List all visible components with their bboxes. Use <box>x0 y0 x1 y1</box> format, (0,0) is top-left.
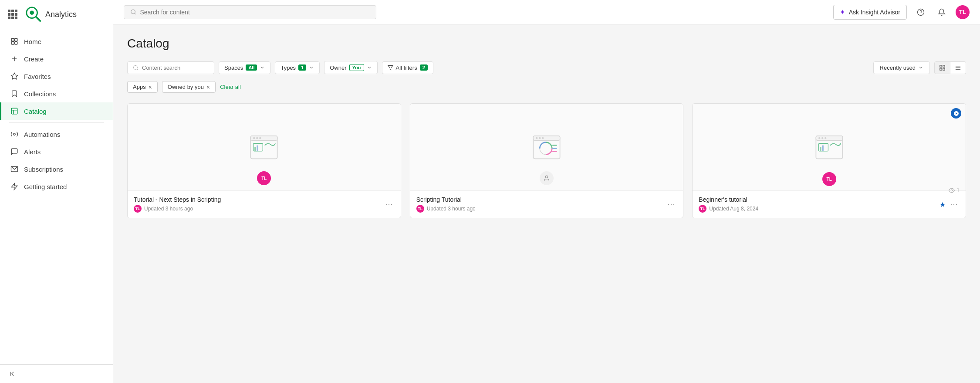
content-search-icon <box>133 65 139 71</box>
getting-started-icon <box>10 182 19 191</box>
app-card-3-actions: ★ ⋯ <box>939 199 960 210</box>
apps-filter-tag[interactable]: Apps × <box>127 81 158 93</box>
subscriptions-icon <box>10 165 19 173</box>
svg-rect-44 <box>552 144 557 146</box>
spaces-value-badge: All <box>246 64 257 71</box>
owned-by-you-filter-label: Owned by you <box>168 84 204 90</box>
sidebar-item-home[interactable]: Home <box>0 33 113 50</box>
app-name-label: Analytics <box>45 10 77 19</box>
sort-button[interactable]: Recently used <box>873 61 930 74</box>
svg-line-2 <box>36 17 41 21</box>
app-card-3[interactable]: TL 1 Beginner's tutorial TL Updated Aug … <box>692 103 966 218</box>
plus-icon <box>10 54 19 63</box>
app-card-1-user-badge: TL <box>257 171 271 185</box>
apps-filter-remove-icon[interactable]: × <box>149 84 152 90</box>
sidebar-item-label-create: Create <box>24 55 44 63</box>
all-filters-button[interactable]: All filters 2 <box>382 61 433 74</box>
app-card-3-views: 1 <box>949 187 960 193</box>
catalog-content: Catalog Spaces All Types 1 Owner <box>113 24 980 383</box>
svg-point-34 <box>259 137 261 139</box>
sidebar-item-label-home: Home <box>24 38 41 45</box>
svg-rect-55 <box>822 145 824 151</box>
search-icon <box>130 9 136 15</box>
svg-rect-23 <box>940 65 942 67</box>
alerts-icon <box>10 147 19 156</box>
svg-point-18 <box>918 9 924 15</box>
grid-view-button[interactable] <box>934 61 950 74</box>
svg-point-13 <box>14 133 16 136</box>
types-count-badge: 1 <box>298 64 306 71</box>
spaces-filter-button[interactable]: Spaces All <box>219 61 270 74</box>
sidebar-item-alerts[interactable]: Alerts <box>0 143 113 160</box>
views-count: 1 <box>956 187 960 193</box>
svg-rect-3 <box>11 38 14 41</box>
types-filter-button[interactable]: Types 1 <box>275 61 320 74</box>
app-card-2-more-button[interactable]: ⋯ <box>666 199 677 210</box>
catalog-icon <box>10 107 19 115</box>
app-card-3-star-button[interactable]: ★ <box>939 200 946 209</box>
owner-filter-button[interactable]: Owner You <box>324 61 377 74</box>
app-card-2-updated: Updated 3 hours ago <box>427 206 476 212</box>
app-card-2-thumbnail <box>410 104 683 191</box>
app-card-3-thumbnail: TL <box>693 104 966 191</box>
svg-rect-45 <box>552 147 557 149</box>
sidebar-bottom <box>0 364 113 383</box>
views-icon <box>949 187 955 193</box>
insight-advisor-label: Ask Insight Advisor <box>849 9 900 16</box>
svg-marker-9 <box>11 73 18 79</box>
app-card-1-meta: TL Updated 3 hours ago <box>134 205 383 213</box>
app-card-1[interactable]: TL Tutorial - Next Steps in Scripting TL… <box>127 103 401 218</box>
app-card-3-title: Beginner's tutorial <box>699 196 939 203</box>
sidebar-item-label-favorites: Favorites <box>24 73 51 80</box>
sidebar-item-subscriptions[interactable]: Subscriptions <box>0 160 113 178</box>
app-card-3-footer: Beginner's tutorial TL Updated Aug 8, 20… <box>693 191 966 218</box>
grid-menu-icon[interactable] <box>8 10 17 19</box>
sidebar-item-getting-started[interactable]: Getting started <box>0 178 113 195</box>
chevron-down-icon <box>367 65 372 70</box>
global-search-box[interactable] <box>124 5 376 19</box>
list-view-button[interactable] <box>950 61 966 74</box>
app-card-3-avatar: TL <box>699 205 706 213</box>
owned-by-you-filter-remove-icon[interactable]: × <box>206 84 210 90</box>
clear-all-button[interactable]: Clear all <box>220 81 241 92</box>
notifications-button[interactable] <box>935 5 949 19</box>
svg-rect-37 <box>257 145 259 151</box>
svg-line-17 <box>135 13 136 14</box>
sort-label: Recently used <box>880 64 916 71</box>
spaces-label: Spaces <box>224 64 243 71</box>
svg-rect-6 <box>15 42 17 44</box>
owned-by-you-filter-tag[interactable]: Owned by you × <box>162 81 216 93</box>
content-search-box[interactable] <box>127 61 214 74</box>
help-button[interactable] <box>914 5 928 19</box>
app-card-1-more-button[interactable]: ⋯ <box>383 199 395 210</box>
sidebar-item-label-automations: Automations <box>24 131 60 138</box>
content-search-input[interactable] <box>142 64 203 71</box>
collapse-sidebar-button[interactable] <box>9 370 104 378</box>
collapse-icon <box>9 370 17 378</box>
sidebar-item-automations[interactable]: Automations <box>0 125 113 143</box>
app-card-2-info: Scripting Tutorial TL Updated 3 hours ag… <box>416 196 666 213</box>
app-card-2[interactable]: Scripting Tutorial TL Updated 3 hours ag… <box>410 103 684 218</box>
app-card-3-info: Beginner's tutorial TL Updated Aug 8, 20… <box>699 196 939 213</box>
app-card-3-updated: Updated Aug 8, 2024 <box>709 206 758 212</box>
all-filters-count-badge: 2 <box>420 64 428 71</box>
sidebar-item-favorites[interactable]: Favorites <box>0 68 113 85</box>
app-card-2-title: Scripting Tutorial <box>416 196 666 203</box>
app-thumbnail-icon <box>249 132 279 163</box>
topbar: ✦ Ask Insight Advisor TL <box>113 0 980 24</box>
app-card-2-meta: TL Updated 3 hours ago <box>416 205 666 213</box>
app-thumbnail-icon <box>814 132 845 163</box>
user-avatar[interactable]: TL <box>956 5 970 19</box>
sidebar-item-catalog[interactable]: Catalog <box>0 102 113 120</box>
help-icon <box>917 8 925 16</box>
insight-advisor-button[interactable]: ✦ Ask Insight Advisor <box>833 5 907 20</box>
app-card-3-more-button[interactable]: ⋯ <box>948 199 960 210</box>
global-search-input[interactable] <box>140 9 370 16</box>
special-badge-icon <box>953 111 959 116</box>
view-toggle <box>934 61 966 74</box>
app-card-2-avatar: TL <box>416 205 424 213</box>
sidebar-item-create[interactable]: Create <box>0 50 113 68</box>
sidebar-item-collections[interactable]: Collections <box>0 85 113 102</box>
svg-point-32 <box>253 137 255 139</box>
app-card-1-title: Tutorial - Next Steps in Scripting <box>134 196 383 203</box>
